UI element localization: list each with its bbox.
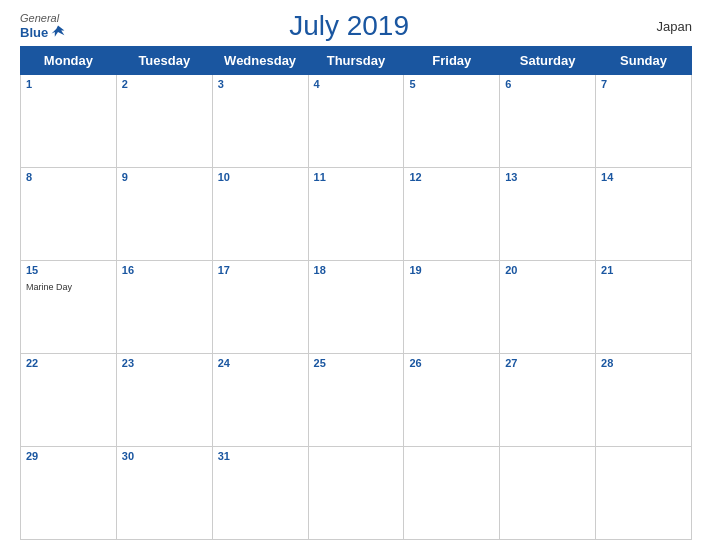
day-number: 26 <box>409 357 494 369</box>
day-number: 11 <box>314 171 399 183</box>
table-row: 7 <box>596 75 692 168</box>
header-monday: Monday <box>21 47 117 75</box>
header-tuesday: Tuesday <box>116 47 212 75</box>
day-number: 9 <box>122 171 207 183</box>
table-row: 19 <box>404 261 500 354</box>
table-row: 29 <box>21 447 117 540</box>
day-number: 4 <box>314 78 399 90</box>
table-row: 14 <box>596 168 692 261</box>
day-number: 25 <box>314 357 399 369</box>
table-row: 24 <box>212 354 308 447</box>
table-row: 27 <box>500 354 596 447</box>
header-sunday: Sunday <box>596 47 692 75</box>
table-row: 18 <box>308 261 404 354</box>
table-row: 12 <box>404 168 500 261</box>
table-row: 2 <box>116 75 212 168</box>
calendar-table: Monday Tuesday Wednesday Thursday Friday… <box>20 46 692 540</box>
country-label: Japan <box>632 19 692 34</box>
calendar-title: July 2019 <box>66 10 632 42</box>
logo-blue-text: Blue <box>20 25 48 40</box>
day-number: 21 <box>601 264 686 276</box>
header-friday: Friday <box>404 47 500 75</box>
table-row <box>404 447 500 540</box>
logo-bird-icon <box>50 24 66 40</box>
day-number: 28 <box>601 357 686 369</box>
table-row: 20 <box>500 261 596 354</box>
calendar-week-row: 1234567 <box>21 75 692 168</box>
table-row: 26 <box>404 354 500 447</box>
day-number: 1 <box>26 78 111 90</box>
day-number: 23 <box>122 357 207 369</box>
calendar-week-row: 891011121314 <box>21 168 692 261</box>
day-number: 3 <box>218 78 303 90</box>
table-row: 23 <box>116 354 212 447</box>
table-row: 30 <box>116 447 212 540</box>
table-row: 13 <box>500 168 596 261</box>
header-thursday: Thursday <box>308 47 404 75</box>
logo: General Blue <box>20 12 66 40</box>
calendar-header: General Blue July 2019 Japan <box>20 10 692 42</box>
day-number: 15 <box>26 264 111 276</box>
table-row: 6 <box>500 75 596 168</box>
table-row: 11 <box>308 168 404 261</box>
day-number: 12 <box>409 171 494 183</box>
table-row: 9 <box>116 168 212 261</box>
day-number: 17 <box>218 264 303 276</box>
table-row <box>500 447 596 540</box>
weekday-header-row: Monday Tuesday Wednesday Thursday Friday… <box>21 47 692 75</box>
table-row: 31 <box>212 447 308 540</box>
day-number: 10 <box>218 171 303 183</box>
table-row: 17 <box>212 261 308 354</box>
table-row: 21 <box>596 261 692 354</box>
day-number: 2 <box>122 78 207 90</box>
day-number: 27 <box>505 357 590 369</box>
table-row: 5 <box>404 75 500 168</box>
day-number: 6 <box>505 78 590 90</box>
day-number: 24 <box>218 357 303 369</box>
table-row: 8 <box>21 168 117 261</box>
table-row: 10 <box>212 168 308 261</box>
table-row: 1 <box>21 75 117 168</box>
day-number: 20 <box>505 264 590 276</box>
calendar-week-row: 22232425262728 <box>21 354 692 447</box>
day-number: 18 <box>314 264 399 276</box>
day-number: 16 <box>122 264 207 276</box>
table-row <box>596 447 692 540</box>
table-row: 16 <box>116 261 212 354</box>
day-number: 31 <box>218 450 303 462</box>
day-number: 30 <box>122 450 207 462</box>
day-number: 29 <box>26 450 111 462</box>
day-number: 14 <box>601 171 686 183</box>
day-number: 22 <box>26 357 111 369</box>
day-number: 8 <box>26 171 111 183</box>
header-saturday: Saturday <box>500 47 596 75</box>
logo-general-text: General <box>20 12 59 24</box>
table-row: 22 <box>21 354 117 447</box>
table-row: 3 <box>212 75 308 168</box>
table-row: 15Marine Day <box>21 261 117 354</box>
table-row: 25 <box>308 354 404 447</box>
table-row <box>308 447 404 540</box>
logo-blue-row: Blue <box>20 24 66 40</box>
day-number: 5 <box>409 78 494 90</box>
svg-marker-0 <box>52 26 65 37</box>
day-number: 13 <box>505 171 590 183</box>
day-event: Marine Day <box>26 282 72 292</box>
table-row: 4 <box>308 75 404 168</box>
day-number: 7 <box>601 78 686 90</box>
table-row: 28 <box>596 354 692 447</box>
calendar-week-row: 293031 <box>21 447 692 540</box>
calendar-week-row: 15Marine Day161718192021 <box>21 261 692 354</box>
header-wednesday: Wednesday <box>212 47 308 75</box>
day-number: 19 <box>409 264 494 276</box>
